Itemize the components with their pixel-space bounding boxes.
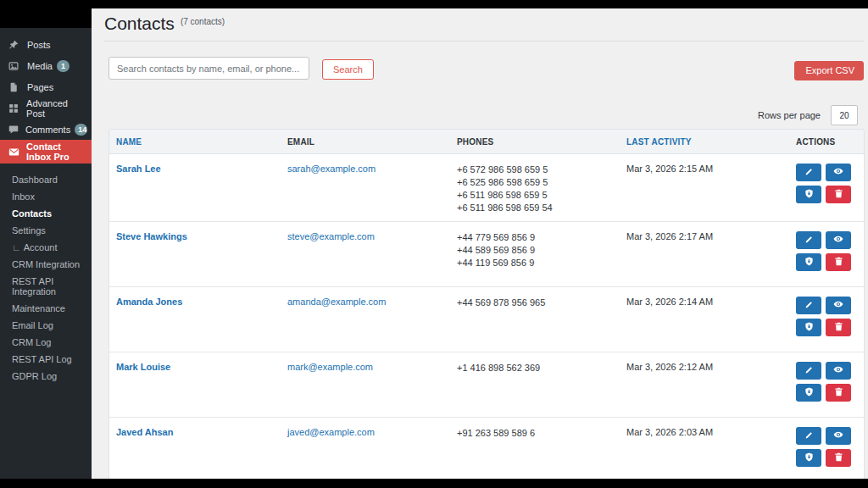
delete-button[interactable] — [826, 186, 851, 203]
pages-icon — [8, 82, 20, 92]
table-row: Amanda Jones amanda@example.com +44 569 … — [109, 287, 864, 352]
submenu-item-crm-log[interactable]: CRM Log — [0, 334, 92, 351]
submenu-item-rest-api-log[interactable]: REST API Log — [0, 351, 92, 368]
view-button[interactable] — [826, 427, 851, 445]
gdpr-shield-button[interactable] — [796, 449, 821, 467]
submenu-item-contacts[interactable]: Contacts — [0, 205, 92, 222]
submenu-item-account[interactable]: ∟Account — [0, 239, 92, 256]
sidebar-item-media[interactable]: Media 1 — [0, 55, 92, 76]
table-row: Sarah Lee sarah@example.com +6 572 986 5… — [109, 154, 864, 222]
edit-button[interactable] — [796, 362, 821, 380]
admin-menu: Posts Media 1 Pages Advanced Post Commen… — [0, 34, 92, 164]
gdpr-shield-button[interactable] — [796, 253, 821, 271]
eye-icon — [833, 234, 843, 247]
edit-button[interactable] — [796, 231, 821, 249]
table-row: Mark Louise mark@example.com +1 416 898 … — [109, 352, 864, 418]
gdpr-shield-button[interactable] — [796, 384, 821, 402]
submenu-item-settings[interactable]: Settings — [0, 222, 92, 239]
column-header-last-activity[interactable]: LAST ACTIVITY — [620, 137, 789, 147]
trash-icon — [834, 321, 843, 334]
edit-button[interactable] — [796, 164, 821, 181]
search-input[interactable] — [108, 57, 309, 80]
phone-number: +1 416 898 562 369 — [457, 362, 613, 374]
phone-number: +6 511 986 598 659 54 — [457, 202, 613, 214]
sidebar-item-label: Pages — [27, 82, 53, 92]
grid-icon — [8, 103, 19, 114]
column-header-email[interactable]: EMAIL — [281, 137, 450, 147]
sidebar-item-pages[interactable]: Pages — [0, 76, 92, 97]
search-button[interactable]: Search — [322, 59, 374, 80]
contact-count: (7 contacts) — [181, 17, 225, 26]
contact-name-link[interactable]: Amanda Jones — [116, 297, 182, 307]
column-header-phones[interactable]: PHONES — [450, 137, 620, 147]
delete-button[interactable] — [826, 449, 851, 467]
contact-email-link[interactable]: sarah@example.com — [287, 164, 376, 174]
sidebar-item-advanced-post[interactable]: Advanced Post — [0, 97, 92, 119]
delete-button[interactable] — [826, 319, 851, 336]
phone-number: +91 263 589 589 6 — [457, 427, 613, 440]
divider — [104, 41, 864, 42]
sidebar-item-contact-inbox-pro[interactable]: Contact Inbox Pro — [0, 140, 92, 164]
submenu-item-inbox[interactable]: Inbox — [0, 188, 92, 205]
contact-last-activity: Mar 3, 2026 2:14 AM — [620, 287, 789, 352]
contact-email-link[interactable]: javed@example.com — [287, 427, 375, 437]
column-header-actions[interactable]: ACTIONS — [789, 137, 864, 147]
pushpin-icon — [8, 40, 20, 50]
admin-sidebar: Posts Media 1 Pages Advanced Post Commen… — [0, 8, 92, 479]
rows-per-page-input[interactable] — [831, 105, 858, 125]
sidebar-item-posts[interactable]: Posts — [0, 34, 92, 55]
submenu-item-dashboard[interactable]: Dashboard — [0, 171, 92, 188]
delete-button[interactable] — [826, 253, 851, 271]
contact-phones: +44 569 878 956 965 — [450, 287, 620, 352]
submenu-item-crm-integration[interactable]: CRM Integration — [0, 256, 92, 273]
contacts-table: NAMEEMAILPHONESLAST ACTIVITYACTIONS Sara… — [108, 129, 865, 479]
export-csv-label: Export CSV — [806, 65, 854, 75]
phone-number: +44 589 569 856 9 — [457, 244, 613, 257]
shield-icon — [804, 188, 814, 201]
contact-last-activity: Mar 3, 2026 2:12 AM — [620, 352, 789, 417]
submenu-item-rest-api-integration[interactable]: REST API Integration — [0, 273, 92, 300]
column-header-name[interactable]: NAME — [109, 137, 281, 147]
table-body: Sarah Lee sarah@example.com +6 572 986 5… — [109, 154, 864, 479]
count-badge: 1 — [57, 60, 70, 72]
contact-email-link[interactable]: steve@example.com — [287, 231, 375, 241]
letterbox-bottom — [0, 479, 868, 488]
edit-button[interactable] — [796, 427, 821, 445]
table-header-row: NAMEEMAILPHONESLAST ACTIVITYACTIONS — [109, 130, 864, 154]
contact-name-link[interactable]: Sarah Lee — [116, 164, 161, 174]
trash-icon — [834, 452, 843, 464]
table-row: Javed Ahsan javed@example.com +91 263 58… — [109, 418, 864, 479]
view-button[interactable] — [826, 297, 851, 314]
contact-name-link[interactable]: Javed Ahsan — [116, 427, 173, 437]
contact-email-link[interactable]: mark@example.com — [287, 362, 373, 372]
media-icon — [8, 61, 20, 71]
export-csv-button[interactable]: Export CSV — [794, 61, 864, 80]
sidebar-item-label: Posts — [27, 40, 51, 50]
submenu-item-maintenance[interactable]: Maintenance — [0, 300, 92, 317]
contact-name-link[interactable]: Mark Louise — [116, 362, 170, 372]
edit-button[interactable] — [796, 297, 821, 314]
page-header: Contacts (7 contacts) — [104, 14, 225, 34]
shield-icon — [804, 256, 814, 269]
contact-last-activity: Mar 3, 2026 2:17 AM — [620, 222, 789, 286]
sidebar-item-label: Advanced Post — [26, 98, 85, 119]
pencil-icon — [804, 234, 813, 247]
gdpr-shield-button[interactable] — [796, 319, 821, 336]
submenu-item-gdpr-log[interactable]: GDPR Log — [0, 368, 92, 385]
view-button[interactable] — [826, 362, 851, 380]
comment-bubble-icon — [8, 125, 19, 135]
rows-per-page-label: Rows per page — [758, 110, 821, 120]
view-button[interactable] — [826, 231, 851, 249]
sidebar-item-comments[interactable]: Comments 14 — [0, 119, 92, 140]
gdpr-shield-button[interactable] — [796, 186, 821, 203]
submenu-item-email-log[interactable]: Email Log — [0, 317, 92, 334]
delete-button[interactable] — [826, 384, 851, 402]
contact-email-link[interactable]: amanda@example.com — [287, 297, 386, 307]
plugin-submenu: DashboardInboxContactsSettings∟AccountCR… — [0, 164, 92, 385]
main-content: Contacts (7 contacts) Search Export CSV … — [92, 8, 868, 479]
contact-name-link[interactable]: Steve Hawkings — [116, 231, 187, 241]
sidebar-item-label: Comments — [25, 125, 70, 135]
view-button[interactable] — [826, 164, 851, 181]
envelope-icon — [8, 147, 19, 158]
row-actions — [796, 164, 853, 203]
